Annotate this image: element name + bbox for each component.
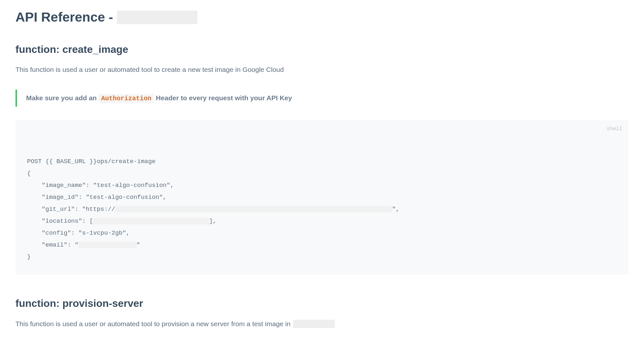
section-desc-provision-server: This function is used a user or automate… xyxy=(15,320,629,328)
callout-text-after: Header to every request with your API Ke… xyxy=(154,94,292,102)
section-heading-create-image: function: create_image xyxy=(15,44,629,55)
desc-text: This function is used a user or automate… xyxy=(15,320,290,328)
redacted-git-url xyxy=(115,206,392,212)
code-line: "image_name": "test-algo-confusion", xyxy=(27,182,174,189)
code-line: "image_id": "test-algo-confusion", xyxy=(27,194,166,201)
inline-code-authorization: Authorization xyxy=(99,94,154,103)
code-lang-label: shell xyxy=(607,124,622,134)
code-block-create-image: shell POST {{ BASE_URL }}ops/create-imag… xyxy=(15,120,629,275)
code-line: { xyxy=(27,170,31,177)
code-line: "locations": [], xyxy=(27,218,216,225)
callout-text-before: Make sure you add an xyxy=(26,94,99,102)
redacted-provider-name xyxy=(293,320,335,328)
code-line: "email": "" xyxy=(27,241,140,248)
code-line: } xyxy=(27,253,31,260)
page-title-text: API Reference - xyxy=(15,10,113,25)
code-line: POST {{ BASE_URL }}ops/create-image xyxy=(27,158,156,165)
section-desc-create-image: This function is used a user or automate… xyxy=(15,66,629,73)
code-line: "git_url": "https://", xyxy=(27,206,399,213)
section-heading-provision-server: function: provision-server xyxy=(15,297,629,309)
redacted-email xyxy=(79,242,137,248)
redacted-title-suffix xyxy=(117,11,197,24)
page-title: API Reference - xyxy=(15,10,629,25)
callout-authorization: Make sure you add an Authorization Heade… xyxy=(15,90,629,107)
redacted-locations xyxy=(93,218,209,224)
code-line: "config": "s-1vcpu-2gb", xyxy=(27,229,130,237)
